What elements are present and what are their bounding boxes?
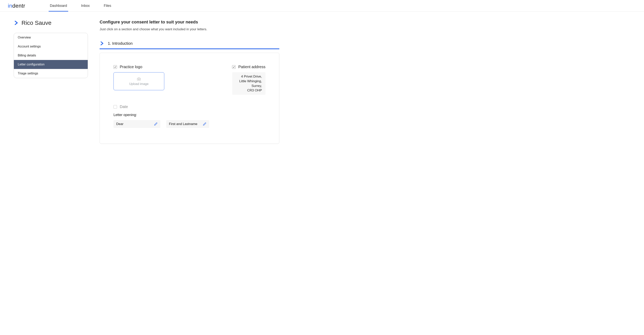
sidebar-menu: Overview Account settings Billing detail… [14, 33, 88, 78]
user-name: Rico Sauve [22, 20, 51, 26]
page-title: Configure your consent letter to suit yo… [100, 20, 279, 24]
brand-prefix: in [8, 3, 12, 9]
camera-icon [137, 77, 141, 81]
salutation-chip[interactable]: Dear [114, 120, 160, 128]
top-bar: indentr Dashboard Inbox Files [0, 0, 644, 12]
intro-top-row: Practice logo Upload image [114, 65, 266, 95]
letter-opening-row: Dear First and Lastname [114, 120, 266, 128]
practice-logo-block: Practice logo Upload image [114, 65, 164, 90]
address-line: 4 Privet Drive, [236, 74, 262, 79]
svg-point-0 [138, 78, 140, 80]
page-subtitle: Just click on a section and choose what … [100, 27, 279, 31]
tab-files[interactable]: Files [102, 0, 112, 12]
sidebar-item-overview[interactable]: Overview [14, 33, 88, 42]
tab-inbox[interactable]: Inbox [80, 0, 91, 12]
sidebar-item-letter-configuration[interactable]: Letter configuration [14, 60, 88, 69]
practice-logo-header: Practice logo [114, 65, 164, 69]
patient-address-label: Patient address [238, 65, 266, 69]
chevron-right-icon [14, 20, 19, 26]
pencil-icon [203, 122, 206, 126]
name-format-value: First and Lastname [169, 122, 198, 126]
patient-address-header: Patient address [232, 65, 266, 69]
brand-logo: indentr [8, 3, 25, 9]
sidebar-item-label: Overview [18, 36, 31, 39]
section-title: 1. Introduction [108, 41, 133, 46]
tab-label: Inbox [81, 4, 90, 8]
date-checkbox[interactable] [114, 105, 117, 108]
address-line: Surrey, [236, 84, 262, 88]
address-line: CR3 OHP [236, 88, 262, 93]
sidebar-item-label: Triage settings [18, 72, 38, 75]
sidebar: Rico Sauve Overview Account settings Bil… [14, 20, 88, 78]
patient-address-block: Patient address 4 Privet Drive, Little W… [232, 65, 266, 95]
brand-suffix: dentr [12, 3, 25, 9]
practice-logo-checkbox[interactable] [114, 65, 117, 69]
section-header-introduction[interactable]: 1. Introduction [100, 41, 279, 49]
sidebar-item-billing-details[interactable]: Billing details [14, 51, 88, 60]
sidebar-item-triage-settings[interactable]: Triage settings [14, 69, 88, 78]
tab-label: Files [104, 4, 111, 8]
chevron-right-icon [100, 41, 104, 46]
date-label: Date [120, 104, 128, 109]
date-header: Date [114, 104, 266, 109]
salutation-value: Dear [116, 122, 124, 126]
user-header: Rico Sauve [14, 20, 88, 26]
upload-image-label: Upload image [129, 82, 149, 86]
page-body: Rico Sauve Overview Account settings Bil… [0, 12, 644, 152]
address-line: Little Whinging, [236, 79, 262, 84]
tab-label: Dashboard [50, 4, 67, 8]
letter-opening-label: Letter opening: [114, 113, 266, 117]
section-card: Practice logo Upload image [100, 53, 279, 144]
pencil-icon [154, 122, 158, 126]
tab-dashboard[interactable]: Dashboard [49, 0, 68, 12]
patient-address-preview: 4 Privet Drive, Little Whinging, Surrey,… [232, 72, 266, 95]
main-content: Configure your consent letter to suit yo… [100, 20, 279, 144]
practice-logo-label: Practice logo [120, 65, 142, 69]
nav-tabs: Dashboard Inbox Files [49, 0, 112, 12]
sidebar-item-label: Account settings [18, 45, 41, 48]
sidebar-item-account-settings[interactable]: Account settings [14, 42, 88, 51]
patient-address-checkbox[interactable] [232, 65, 236, 69]
upload-image-button[interactable]: Upload image [114, 72, 164, 90]
sidebar-item-label: Letter configuration [18, 63, 44, 66]
sidebar-item-label: Billing details [18, 54, 36, 57]
name-format-chip[interactable]: First and Lastname [166, 120, 209, 128]
